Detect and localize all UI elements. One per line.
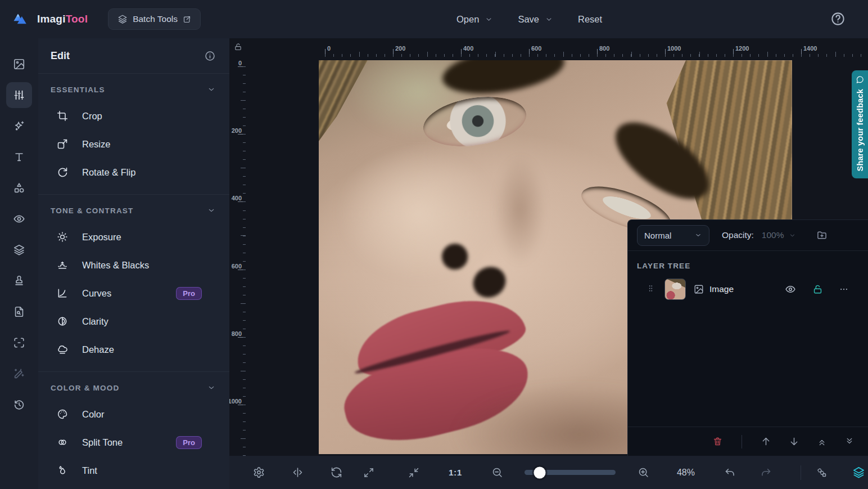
rail-shapes-button[interactable] bbox=[6, 175, 32, 201]
color-icon bbox=[57, 409, 68, 420]
fit-shrink-button[interactable] bbox=[408, 467, 419, 478]
sidebar-item-split-tone[interactable]: Split TonePro bbox=[38, 428, 229, 456]
sidebar-item-rotate-flip[interactable]: Rotate & Flip bbox=[38, 158, 229, 186]
app-window: ImagiTool Batch Tools Open Save Reset bbox=[0, 0, 868, 489]
delete-layer-button[interactable] bbox=[712, 436, 723, 447]
batch-tools-button[interactable]: Batch Tools bbox=[108, 8, 201, 30]
sidebar-item-dehaze[interactable]: Dehaze bbox=[38, 335, 229, 364]
lock-icon bbox=[812, 284, 823, 295]
resize-icon bbox=[57, 138, 68, 150]
layer-row[interactable]: Image bbox=[632, 276, 864, 303]
help-button[interactable] bbox=[830, 11, 846, 26]
undo-icon bbox=[724, 466, 736, 478]
h-ruler-label: 600 bbox=[531, 45, 541, 52]
sidebar-item-vibrance[interactable]: VibrancePro bbox=[38, 484, 229, 489]
layer-lock-button[interactable] bbox=[812, 284, 823, 295]
rail-stamp-button[interactable] bbox=[6, 268, 32, 294]
app-logo-icon bbox=[11, 11, 29, 28]
save-menu-button[interactable]: Save bbox=[518, 14, 553, 25]
pro-badge: Pro bbox=[176, 436, 202, 449]
arrow-down-icon bbox=[789, 436, 799, 447]
curves-icon bbox=[57, 288, 68, 299]
arrow-up-icon bbox=[761, 436, 771, 447]
edit-sections: ESSENTIALSCropResizeRotate & FlipTONE & … bbox=[38, 74, 229, 489]
rail-layers-button[interactable] bbox=[6, 237, 32, 263]
fit-expand-button[interactable] bbox=[363, 467, 374, 478]
rail-magic-wand-button[interactable] bbox=[6, 361, 32, 387]
canvas-settings-button[interactable] bbox=[253, 466, 265, 478]
refresh-icon bbox=[331, 466, 342, 478]
layers-icon bbox=[852, 466, 865, 479]
reset-view-button[interactable] bbox=[331, 466, 342, 478]
chevron-down-icon bbox=[207, 206, 216, 215]
external-link-icon bbox=[183, 15, 191, 24]
redo-button[interactable] bbox=[760, 466, 772, 478]
layer-thumbnail[interactable] bbox=[664, 279, 686, 300]
rail-preview-button[interactable] bbox=[6, 206, 32, 232]
actual-size-button[interactable]: 1:1 bbox=[449, 468, 462, 478]
open-menu-button[interactable]: Open bbox=[456, 14, 493, 25]
layers-panel-header: Normal Opacity: 100% bbox=[628, 220, 868, 251]
crop-icon bbox=[57, 110, 68, 122]
sidebar-item-clarity[interactable]: Clarity bbox=[38, 307, 229, 335]
ruler-lock-corner[interactable] bbox=[234, 43, 242, 53]
eye-icon bbox=[785, 284, 796, 295]
reset-button[interactable]: Reset bbox=[578, 14, 602, 25]
section-header-essentials[interactable]: ESSENTIALS bbox=[38, 77, 229, 102]
h-ruler-label: 0 bbox=[327, 45, 331, 52]
edit-panel-header: Edit bbox=[38, 38, 229, 74]
chevron-down-icon bbox=[207, 85, 216, 94]
sidebar-item-tint[interactable]: Tint bbox=[38, 456, 229, 484]
arrange-button[interactable] bbox=[816, 466, 828, 478]
image-icon bbox=[13, 58, 25, 70]
sidebar-item-color[interactable]: Color bbox=[38, 400, 229, 428]
chevrons-down-icon bbox=[844, 437, 855, 447]
rail-scan-button[interactable] bbox=[6, 330, 32, 356]
zoom-slider[interactable] bbox=[525, 470, 616, 475]
drag-handle-icon[interactable] bbox=[646, 284, 655, 295]
sidebar-item-exposure[interactable]: Exposure bbox=[38, 223, 229, 251]
zoom-slider-knob[interactable] bbox=[534, 466, 546, 478]
v-ruler-label: 600 bbox=[232, 263, 242, 270]
arrange-icon bbox=[816, 466, 828, 478]
opacity-select[interactable]: 100% bbox=[762, 230, 796, 240]
section-header-color-mood[interactable]: COLOR & MOOD bbox=[38, 375, 229, 400]
rail-history-button[interactable] bbox=[6, 392, 32, 418]
blend-mode-select[interactable]: Normal bbox=[637, 225, 709, 246]
feedback-tab[interactable]: Share your feedback bbox=[852, 70, 868, 178]
v-ruler-label: 200 bbox=[232, 127, 242, 134]
layers-toggle-button[interactable] bbox=[852, 466, 865, 479]
zoom-level: 48% bbox=[673, 468, 699, 478]
new-group-button[interactable] bbox=[816, 230, 828, 241]
rail-file-search-button[interactable] bbox=[6, 299, 32, 325]
info-button[interactable] bbox=[204, 50, 216, 62]
rail-adjustments-button[interactable] bbox=[6, 82, 32, 108]
zoom-in-button[interactable] bbox=[638, 466, 649, 478]
sidebar-item-crop[interactable]: Crop bbox=[38, 102, 229, 130]
horizontal-ruler: 0200400600800100012001400 bbox=[246, 45, 868, 57]
rail-image-button[interactable] bbox=[6, 51, 32, 77]
move-layer-down-button[interactable] bbox=[789, 436, 799, 447]
rail-effects-button[interactable] bbox=[6, 113, 32, 139]
sidebar-item-curves[interactable]: CurvesPro bbox=[38, 279, 229, 307]
rail-text-button[interactable] bbox=[6, 144, 32, 170]
h-ruler-label: 1400 bbox=[803, 45, 817, 52]
move-layer-bottom-button[interactable] bbox=[844, 437, 855, 447]
section-tone-contrast: TONE & CONTRASTExposureWhites & BlacksCu… bbox=[38, 195, 229, 372]
brand: ImagiTool Batch Tools bbox=[0, 8, 201, 30]
move-layer-up-button[interactable] bbox=[761, 436, 771, 447]
undo-button[interactable] bbox=[724, 466, 736, 478]
ellipsis-icon bbox=[839, 284, 849, 294]
split-view-button[interactable] bbox=[292, 466, 304, 478]
sidebar-item-whites-blacks[interactable]: Whites & Blacks bbox=[38, 251, 229, 279]
layer-visibility-button[interactable] bbox=[785, 284, 796, 295]
section-header-tone-contrast[interactable]: TONE & CONTRAST bbox=[38, 198, 229, 223]
file-search-icon bbox=[13, 306, 25, 318]
move-layer-top-button[interactable] bbox=[817, 437, 827, 447]
layer-more-button[interactable] bbox=[839, 284, 849, 294]
zoom-out-button[interactable] bbox=[491, 466, 503, 478]
split-view-icon bbox=[292, 466, 304, 478]
sidebar-item-resize[interactable]: Resize bbox=[38, 130, 229, 158]
lock-open-icon bbox=[234, 43, 242, 51]
whites-blacks-icon bbox=[57, 259, 68, 271]
